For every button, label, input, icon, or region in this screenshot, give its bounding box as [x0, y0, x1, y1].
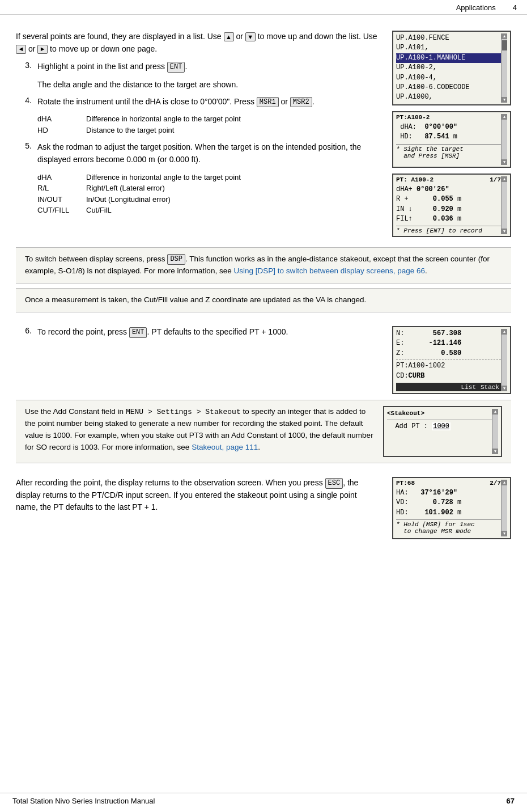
- screen5: <Stakeout> Add PT : 1000 ▲ ▼: [383, 406, 502, 457]
- screen5-scroll-down[interactable]: ▼: [492, 449, 498, 454]
- intro-paragraph: If several points are found, they are di…: [16, 31, 381, 55]
- def-desc-inout: In/Out (Longitudinal error): [86, 194, 381, 205]
- footer-page-num: 67: [507, 797, 515, 805]
- step-4-text: Rotate the instrument until the dHA is c…: [37, 96, 381, 108]
- screen6: PT:68 2/7 HA: 37°16'29" VD: 0.728 m HD: …: [392, 477, 511, 539]
- screen2-content: PT:A100-2 dHA: 0°00'00" HD: 87.541 m * S…: [396, 114, 501, 165]
- screen4-content: N: 567.308 E: -121.146 Z: 0.580 PT:A100-…: [396, 329, 501, 391]
- link-stakeout[interactable]: Stakeout, page 111: [192, 443, 258, 451]
- screen-col-4: N: 567.308 E: -121.146 Z: 0.580 PT:A100-…: [392, 326, 511, 394]
- screen6-footer: * Hold [MSR] for 1sec to change MSR mode: [396, 519, 501, 535]
- screen2-scroll-up[interactable]: ▲: [502, 114, 507, 120]
- softkey-list[interactable]: List: [461, 384, 476, 391]
- text-col-final: After recording the point, the display r…: [16, 477, 381, 539]
- screen5-wrapper: <Stakeout> Add PT : 1000 ▲ ▼: [383, 406, 502, 457]
- step-3: 3. Highlight a point in the list and pre…: [16, 61, 381, 73]
- scroll-thumb: [502, 40, 507, 50]
- screen2-scrollbar: ▲ ▼: [501, 114, 507, 165]
- screen6-hd: HD: 101.902 m: [396, 508, 501, 518]
- footer-title: Total Station Nivo Series Instruction Ma…: [12, 797, 155, 805]
- screen-col-6: PT:68 2/7 HA: 37°16'29" VD: 0.728 m HD: …: [392, 477, 511, 539]
- screen3-track: [502, 182, 507, 229]
- screen4-track: [502, 335, 507, 386]
- screen3-scroll-up[interactable]: ▲: [502, 176, 507, 182]
- def-term-hd: HD: [37, 125, 77, 136]
- screen6-content: PT:68 2/7 HA: 37°16'29" VD: 0.728 m HD: …: [396, 480, 501, 536]
- key-esc: ESC: [325, 478, 343, 489]
- text-col-6: 6. To record the point, press ENT. PT de…: [16, 326, 381, 394]
- screen3: PT: A100-2 1/7 dHA+ 0°00'26" R + 0.055 m…: [392, 174, 511, 238]
- def-row-dha1: dHA Difference in horizontal angle to th…: [37, 113, 381, 125]
- info-box-dsp: To switch between display screens, press…: [16, 247, 511, 284]
- screen1-line3: UP.A100-1.MANHOLE: [396, 53, 501, 63]
- screen2-scroll-down[interactable]: ▼: [502, 159, 507, 165]
- def-table-1: dHA Difference in horizontal angle to th…: [37, 113, 381, 136]
- def-row-hd: HD Distance to the target point: [37, 125, 381, 136]
- screen-col-1: UP.A100.FENCE UP.A101, UP.A100-1.MANHOLE…: [392, 31, 511, 237]
- screen6-scroll-down[interactable]: ▼: [502, 531, 507, 536]
- scroll-down-btn[interactable]: ▼: [502, 97, 507, 103]
- link-dsp[interactable]: Using [DSP] to switch between display sc…: [233, 267, 425, 275]
- screen3-footer: * Press [ENT] to record: [396, 226, 501, 234]
- screen5-addpt: Add PT : 1000: [387, 422, 492, 432]
- screen4-e: E: -121.146: [396, 339, 501, 348]
- screen5-content: <Stakeout> Add PT : 1000: [387, 409, 492, 454]
- screen2-line1: dHA: 0°00'00": [396, 122, 501, 132]
- screen1-content: UP.A100.FENCE UP.A101, UP.A100-1.MANHOLE…: [396, 33, 501, 103]
- screen2-track: [502, 120, 507, 159]
- screen3-scroll-down[interactable]: ▼: [502, 229, 507, 234]
- screen5-col: <Stakeout> Add PT : 1000 ▲ ▼: [383, 406, 502, 457]
- screen5-addpt-val[interactable]: 1000: [432, 422, 450, 430]
- def-row-rl: R/L Right/Left (Lateral error): [37, 183, 381, 194]
- screen4-pt: PT:A100-1002: [396, 361, 501, 371]
- screen4-scroll-down[interactable]: ▼: [502, 386, 507, 391]
- screen1-line4: UP.A100-2,: [396, 63, 501, 73]
- screen5-track: [492, 415, 498, 449]
- step-4-num: 4.: [16, 96, 32, 108]
- screen6-scroll-up[interactable]: ▲: [502, 480, 507, 485]
- screen1-line6: UP.A100-6.CODECODE: [396, 83, 501, 92]
- section-final: After recording the point, the display r…: [16, 477, 511, 539]
- main-content: If several points are found, they are di…: [0, 15, 527, 539]
- screen3-content: PT: A100-2 1/7 dHA+ 0°00'26" R + 0.055 m…: [396, 176, 501, 235]
- screen2-label: PT:A100-2: [396, 114, 501, 121]
- screen2-line2: HD: 87.541 m: [396, 132, 501, 142]
- header-title: Applications: [456, 3, 496, 12]
- softkey-stack[interactable]: Stack: [481, 384, 499, 391]
- def-term-dha2: dHA: [37, 172, 77, 183]
- def-term-inout: IN/OUT: [37, 194, 77, 205]
- key-msr2: MSR2: [290, 97, 312, 108]
- scroll-up-btn[interactable]: ▲: [502, 33, 507, 39]
- screen4-scroll-up[interactable]: ▲: [502, 329, 507, 335]
- addconstant-text: Use the Add Constant field in MENU > Set…: [25, 406, 374, 457]
- screen5-label: <Stakeout>: [387, 409, 492, 420]
- def-row-dha2: dHA Difference in horizontal angle to th…: [37, 172, 381, 183]
- screen4-cd: CD:CURB: [396, 371, 424, 381]
- screen1-line7: UP.A1000,: [396, 92, 501, 102]
- screen4: N: 567.308 E: -121.146 Z: 0.580 PT:A100-…: [392, 326, 511, 394]
- screen6-header: PT:68 2/7: [396, 480, 501, 487]
- key-dsp: DSP: [167, 254, 185, 265]
- menu-path: MENU > Settings > Stakeout: [126, 408, 241, 416]
- screen4-wrapper: N: 567.308 E: -121.146 Z: 0.580 PT:A100-…: [392, 326, 511, 394]
- header-page-num: 4: [513, 3, 517, 12]
- def-row-inout: IN/OUT In/Out (Longitudinal error): [37, 194, 381, 205]
- screen1-line5: UP.A100-4,: [396, 73, 501, 83]
- step-3-text: Highlight a point in the list and press …: [37, 61, 381, 73]
- def-desc-hd: Distance to the target point: [86, 125, 381, 136]
- info-box-measurement: Once a measurement is taken, the Cut/Fil…: [16, 288, 511, 312]
- key-ent-step3: ENT: [167, 62, 185, 73]
- def-desc-dha2: Difference in horizontal angle to the ta…: [86, 172, 381, 183]
- key-ent-step6: ENT: [129, 327, 147, 338]
- info-box-addconstant: Use the Add Constant field in MENU > Set…: [16, 400, 511, 463]
- screen6-track: [502, 485, 507, 531]
- screen5-scroll-up[interactable]: ▲: [492, 409, 498, 415]
- screen6-scrollbar: ▲ ▼: [501, 480, 507, 536]
- step-4: 4. Rotate the instrument until the dHA i…: [16, 96, 381, 108]
- def-desc-cutfill: Cut/FilL: [86, 205, 381, 216]
- def-term-rl: R/L: [37, 183, 77, 194]
- screen2-wrapper: PT:A100-2 dHA: 0°00'00" HD: 87.541 m * S…: [392, 111, 511, 168]
- screen3-scrollbar: ▲ ▼: [501, 176, 507, 235]
- step-3-num: 3.: [16, 61, 32, 73]
- screen6-wrapper: PT:68 2/7 HA: 37°16'29" VD: 0.728 m HD: …: [392, 477, 511, 539]
